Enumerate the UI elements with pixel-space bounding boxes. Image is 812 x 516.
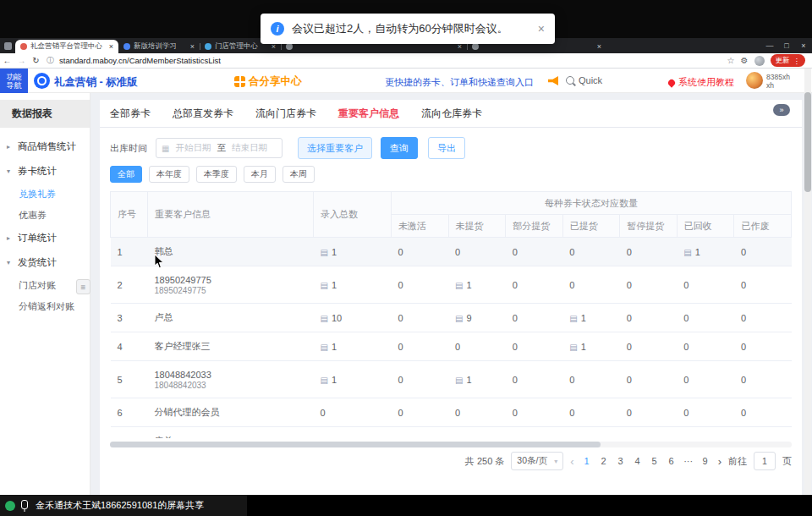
card-icon: ▤ bbox=[569, 314, 577, 323]
sidebar-subitem[interactable]: 分销返利对账 bbox=[0, 296, 90, 317]
quick-search-button[interactable]: Quick bbox=[566, 75, 602, 85]
content-tab[interactable]: 流向门店券卡 bbox=[255, 107, 316, 121]
extensions-icon[interactable]: ⚙ bbox=[741, 56, 749, 65]
page-size-select[interactable]: 30条/页 ▾ bbox=[511, 452, 563, 470]
value-cell: 0 bbox=[620, 332, 678, 361]
tab-label: 礼盒营销平台管理中心 bbox=[30, 41, 106, 52]
page-number-button[interactable]: 9 bbox=[700, 456, 711, 466]
sidebar-subitem[interactable]: 兑换礼券 bbox=[0, 184, 90, 205]
date-range-input[interactable]: ▦ 开始日期 至 结束日期 bbox=[156, 138, 283, 158]
prev-page-button[interactable]: ‹ bbox=[570, 455, 573, 468]
tab-close-icon[interactable]: × bbox=[190, 42, 195, 51]
quick-entry-link[interactable]: 更快捷的券卡、订单和快递查询入口 bbox=[385, 76, 534, 89]
cell-value: 0 bbox=[569, 436, 574, 439]
window-maximize-button[interactable]: □ bbox=[778, 41, 795, 50]
cell-value: 0 bbox=[627, 408, 632, 418]
page-size-value: 30条/页 bbox=[517, 455, 547, 467]
page-number-button[interactable]: 6 bbox=[666, 456, 678, 466]
value-cell: ▤1 bbox=[314, 361, 392, 398]
page-number-button[interactable]: 2 bbox=[598, 456, 610, 466]
quick-filter-button[interactable]: 本季度 bbox=[196, 166, 237, 183]
content-tab[interactable]: 总部直发券卡 bbox=[173, 107, 233, 121]
cell-value: 0 bbox=[569, 375, 574, 385]
function-nav-button[interactable]: 功能 导航 bbox=[0, 69, 28, 93]
browser-profile-icon[interactable] bbox=[4, 42, 12, 50]
value-cell: 0 bbox=[562, 427, 620, 439]
user-avatar[interactable] bbox=[746, 72, 763, 89]
bookmark-icon[interactable]: ☆ bbox=[727, 56, 735, 65]
value-cell: 0 bbox=[506, 398, 563, 427]
page-number-button[interactable]: 5 bbox=[649, 456, 661, 466]
value-cell: 0 bbox=[734, 427, 792, 439]
table-row[interactable]: 21895024977518950249775▤10▤100000 bbox=[111, 266, 792, 304]
window-minimize-button[interactable]: — bbox=[761, 41, 778, 50]
quick-filter-button[interactable]: 本周 bbox=[283, 166, 315, 183]
tab-favicon bbox=[286, 43, 293, 50]
browser-tab[interactable]: 新版培训学习× bbox=[118, 40, 200, 53]
table-row[interactable]: 7唐总▤20▤18▤100000 bbox=[111, 427, 792, 439]
browser-profile-avatar[interactable] bbox=[754, 56, 765, 66]
quick-filter-button[interactable]: 全部 bbox=[110, 166, 142, 183]
browser-update-button[interactable]: 更新 ⋮ bbox=[771, 54, 806, 67]
collapse-panel-button[interactable]: » bbox=[773, 104, 790, 116]
cell-value: 0 bbox=[513, 436, 518, 439]
content-tab[interactable]: 流向仓库券卡 bbox=[421, 107, 482, 121]
tab-close-icon[interactable]: × bbox=[109, 42, 113, 51]
quick-filter-button[interactable]: 本月 bbox=[244, 166, 276, 183]
drag-handle[interactable]: ≡ bbox=[76, 279, 91, 294]
browser-tab[interactable]: 礼盒营销平台管理中心× bbox=[15, 40, 118, 53]
forward-button[interactable]: → bbox=[14, 56, 29, 65]
page-number-button[interactable]: 1 bbox=[581, 456, 593, 466]
row-index-cell: 5 bbox=[111, 361, 148, 398]
sidebar-item[interactable]: ▾券卡统计 bbox=[0, 159, 90, 184]
toast-close-icon[interactable]: × bbox=[538, 22, 545, 36]
next-page-button[interactable]: › bbox=[718, 455, 721, 468]
cell-value: 0 bbox=[683, 408, 689, 418]
back-button[interactable]: ← bbox=[0, 56, 14, 65]
end-date-placeholder: 结束日期 bbox=[232, 142, 267, 154]
sidebar-item[interactable]: ▾发货统计 bbox=[0, 250, 90, 275]
quick-filter-button[interactable]: 本年度 bbox=[149, 166, 189, 183]
table-row[interactable]: 1韩总▤100000▤10 bbox=[111, 238, 792, 266]
select-customer-button[interactable]: 选择重要客户 bbox=[298, 137, 372, 159]
cell-value: 0 bbox=[627, 436, 632, 439]
tutorial-link[interactable]: 系统使用教程 bbox=[668, 76, 734, 89]
vertical-scrollbar[interactable] bbox=[804, 69, 811, 495]
sidebar-subitem[interactable]: 优惠券 bbox=[0, 205, 90, 226]
goto-label: 前往 bbox=[728, 455, 747, 468]
sidebar-item[interactable]: ▸商品销售统计 bbox=[0, 134, 90, 159]
search-button[interactable]: 查询 bbox=[381, 137, 418, 159]
cell-value: 1 bbox=[467, 436, 472, 439]
tab-close-icon[interactable]: × bbox=[597, 42, 601, 51]
value-cell: 0 bbox=[734, 266, 792, 304]
address-bar[interactable]: standard.maboy.cn/CardMemberStatisticsLi… bbox=[59, 56, 221, 65]
cell-value: 1 bbox=[332, 247, 337, 257]
reload-button[interactable]: ↻ bbox=[29, 56, 43, 65]
content-tab[interactable]: 重要客户信息 bbox=[338, 107, 399, 121]
cell-value: 0 bbox=[627, 375, 632, 385]
page-number-button[interactable]: 3 bbox=[615, 456, 627, 466]
share-center-link[interactable]: 合分享中心 bbox=[234, 74, 302, 89]
goto-page-input[interactable] bbox=[754, 452, 776, 470]
table-row[interactable]: 3卢总▤100▤90▤1000 bbox=[111, 304, 792, 332]
value-cell: ▤1 bbox=[448, 361, 506, 398]
cell-value: 0 bbox=[513, 280, 518, 290]
horizontal-scrollbar[interactable] bbox=[110, 442, 792, 447]
value-cell: 0 bbox=[506, 238, 563, 266]
page-number-button[interactable]: 4 bbox=[632, 456, 644, 466]
export-button[interactable]: 导出 bbox=[428, 137, 465, 159]
window-close-button[interactable]: × bbox=[795, 41, 812, 50]
calendar-icon: ▦ bbox=[162, 144, 169, 153]
vertical-scrollbar-thumb[interactable] bbox=[804, 92, 811, 192]
value-cell: 0 bbox=[677, 304, 734, 332]
table-row[interactable]: 51804884203318048842033▤10▤100000 bbox=[111, 361, 792, 398]
value-cell: 0 bbox=[677, 427, 734, 439]
cell-value: 0 bbox=[683, 342, 689, 352]
content-tab[interactable]: 全部券卡 bbox=[110, 107, 151, 121]
horizontal-scrollbar-thumb[interactable] bbox=[110, 442, 601, 447]
sidebar-item[interactable]: ▸订单统计 bbox=[0, 226, 90, 250]
site-info-icon[interactable]: ⓘ bbox=[47, 55, 54, 66]
table-row[interactable]: 6分销代理的会员00000000 bbox=[111, 398, 792, 427]
table-row[interactable]: 4客户经理张三▤1000▤1000 bbox=[111, 332, 792, 361]
tutorial-label: 系统使用教程 bbox=[678, 76, 734, 89]
